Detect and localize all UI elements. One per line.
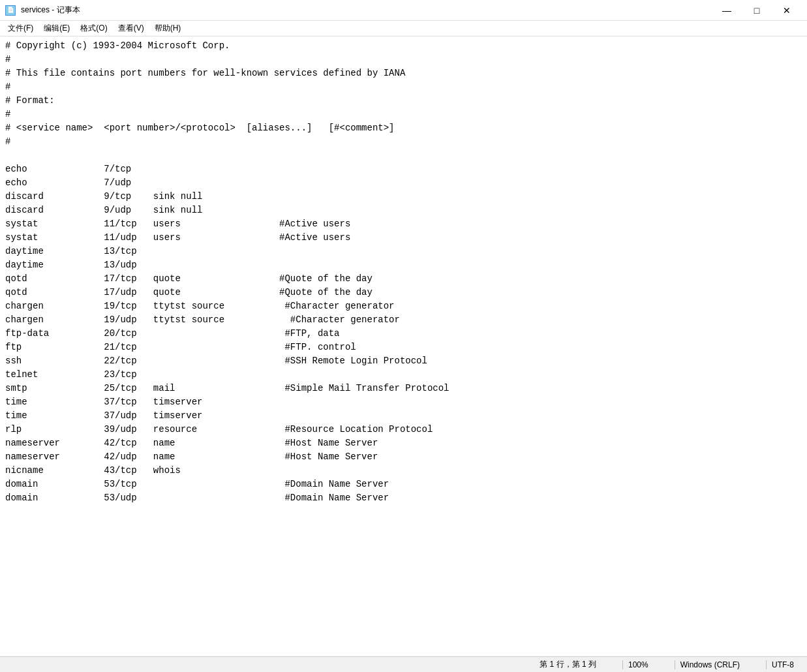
editor-container: # Copyright (c) 1993-2004 Microsoft Corp… bbox=[0, 37, 807, 656]
cursor-position: 第 1 行，第 1 列 bbox=[534, 659, 601, 670]
menu-file[interactable]: 文件(F) bbox=[3, 22, 38, 35]
menu-view[interactable]: 查看(V) bbox=[113, 22, 149, 35]
minimize-button[interactable]: — bbox=[712, 0, 742, 21]
encoding: UTF-8 bbox=[766, 660, 799, 669]
menu-help[interactable]: 帮助(H) bbox=[149, 22, 187, 35]
editor-content[interactable]: # Copyright (c) 1993-2004 Microsoft Corp… bbox=[0, 37, 807, 656]
status-bar: 第 1 行，第 1 列 100% Windows (CRLF) UTF-8 bbox=[0, 656, 807, 672]
app-icon: 📄 bbox=[5, 5, 16, 16]
menu-bar: 文件(F) 编辑(E) 格式(O) 查看(V) 帮助(H) bbox=[0, 21, 807, 37]
menu-edit[interactable]: 编辑(E) bbox=[38, 22, 75, 35]
title-text: services - 记事本 bbox=[21, 5, 712, 16]
menu-format[interactable]: 格式(O) bbox=[75, 22, 112, 35]
maximize-button[interactable]: □ bbox=[742, 0, 772, 21]
line-ending: Windows (CRLF) bbox=[675, 660, 745, 669]
window-controls: — □ ✕ bbox=[712, 0, 802, 21]
title-bar: 📄 services - 记事本 — □ ✕ bbox=[0, 0, 807, 21]
zoom-level: 100% bbox=[622, 660, 654, 669]
close-button[interactable]: ✕ bbox=[772, 0, 802, 21]
